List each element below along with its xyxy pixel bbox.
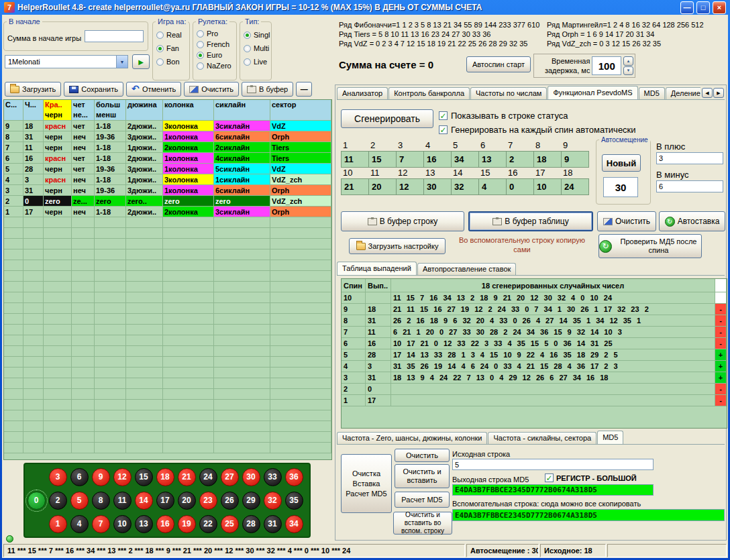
history-col-header[interactable]: сиклайн [214, 100, 270, 121]
roulette-number-11[interactable]: 11 [113, 492, 132, 510]
toolbar-save-button[interactable]: Сохранить [64, 82, 123, 97]
history-row-2[interactable]: 20zeroze...zerozero..zerozeroVdZ_zch [4, 196, 331, 207]
spins-row-5[interactable]: 52817 14 13 33 28 1 3 4 15 10 9 22 4 16 … [342, 349, 727, 361]
md5-clear-paste-button[interactable]: Очистить и вставить [395, 464, 450, 488]
roulette-number-28[interactable]: 28 [242, 515, 260, 533]
check-md5-button[interactable]: Проверить МД5 после спина [598, 234, 702, 258]
roulette-number-3[interactable]: 3 [49, 468, 67, 486]
main-tab-1[interactable]: Контроль банкролла [388, 87, 470, 99]
roulette-number-7[interactable]: 7 [92, 515, 110, 533]
dropdown-arrow-icon[interactable]: ▼ [116, 56, 127, 68]
roulette-number-6[interactable]: 6 [70, 468, 89, 486]
autoshift-value[interactable]: 30 [603, 177, 638, 197]
spinner-up-icon[interactable]: ▲ [623, 56, 633, 66]
tabs-scroll-right-button[interactable]: ▶ [713, 88, 724, 98]
roulette-number-4[interactable]: 4 [70, 515, 89, 533]
roulette-number-36[interactable]: 36 [285, 468, 303, 486]
tabs-scroll-left-button[interactable]: ◀ [702, 88, 713, 98]
spins-row-2[interactable]: 20- [342, 384, 727, 395]
radio-singl[interactable]: Singl [244, 28, 271, 42]
spins-row-8[interactable]: 83126 2 16 18 9 6 32 20 4 33 0 26 4 27 1… [342, 315, 727, 327]
show-status-checkbox[interactable]: Показывать в строке статуса [439, 111, 568, 121]
minus-input[interactable] [656, 180, 723, 192]
roulette-number-24[interactable]: 24 [199, 468, 217, 486]
roulette-number-31[interactable]: 31 [264, 515, 282, 533]
spins-row-1[interactable]: 117- [342, 395, 727, 406]
bottom-tab-0[interactable]: Частота - Zero, шансы, дюжины, колонки [337, 432, 487, 444]
history-col-header[interactable]: С... [4, 100, 23, 121]
history-row-4[interactable]: 43красннеч1-181дюжи..3колонка1сиклайнVdZ… [4, 174, 331, 185]
history-row-8[interactable]: 831черннеч19-363дюжи..1колонка6сиклайнOr… [4, 131, 331, 142]
main-tab-4[interactable]: MD5 [639, 87, 665, 99]
md5-calc-button[interactable]: Расчет MD5 [395, 492, 450, 508]
toolbar-folder-button[interactable]: Загрузить [5, 82, 61, 97]
roulette-number-27[interactable]: 27 [221, 468, 239, 486]
roulette-number-25[interactable]: 25 [221, 515, 239, 533]
main-tab-3[interactable]: Функционал PsevdoMS [548, 86, 637, 99]
roulette-number-32[interactable]: 32 [264, 492, 282, 510]
roulette-number-15[interactable]: 15 [135, 468, 153, 486]
roulette-number-17[interactable]: 17 [156, 492, 174, 510]
spins-row-10[interactable]: 1011 15 7 16 34 13 2 18 9 21 20 12 30 32… [342, 292, 727, 304]
history-row-9[interactable]: 918краснчет1-182дюжи..3колонка3сиклайнVd… [4, 121, 331, 131]
roulette-number-34[interactable]: 34 [285, 515, 303, 533]
roulette-number-12[interactable]: 12 [113, 468, 132, 486]
md5-clear-paste-aux-button[interactable]: Очистить и вставить во вспом. строку [393, 512, 452, 535]
spins-row-9[interactable]: 91821 11 15 16 27 19 12 2 24 33 0 7 34 1… [342, 304, 727, 315]
spins-row-3[interactable]: 33118 13 9 4 24 22 7 13 0 4 29 12 26 6 2… [342, 372, 727, 384]
roulette-number-0[interactable]: 0 [28, 492, 46, 510]
inner-tab-1[interactable]: Автопроставление ставок [417, 263, 516, 275]
roulette-number-23[interactable]: 23 [199, 492, 217, 510]
radio-multi[interactable]: Multi [244, 42, 271, 55]
plus-input[interactable] [656, 152, 723, 164]
load-settings-button[interactable]: Загрузить настройку [349, 238, 446, 254]
radio-euro[interactable]: Euro [197, 50, 236, 60]
roulette-number-29[interactable]: 29 [242, 492, 260, 510]
roulette-number-20[interactable]: 20 [178, 492, 196, 510]
roulette-number-1[interactable]: 1 [49, 515, 67, 533]
start-sum-input[interactable] [85, 30, 144, 42]
spinner-down-icon[interactable]: ▼ [623, 66, 633, 76]
checkbox-icon[interactable] [439, 111, 448, 120]
radio-nazero[interactable]: NaZero [197, 60, 236, 71]
autospin-start-button[interactable]: Автоспин старт [466, 56, 531, 72]
roulette-number-35[interactable]: 35 [285, 492, 303, 510]
source-string-input[interactable] [452, 459, 654, 470]
roulette-number-18[interactable]: 18 [156, 468, 174, 486]
bottom-tab-1[interactable]: Частота - сиклайны, сектора [488, 432, 596, 444]
history-row-7[interactable]: 711черннеч1-181дюжи..2колонка2сиклайнTie… [4, 142, 331, 153]
history-col-header[interactable]: большменш [95, 100, 126, 121]
radio-fan[interactable]: Fan [156, 42, 189, 55]
collapse-button[interactable]: — [296, 82, 312, 97]
checkbox-icon[interactable] [439, 125, 448, 134]
inner-tab-0[interactable]: Таблица выпадений [337, 262, 417, 275]
history-row-6[interactable]: 616краснчет1-182дюжи..1колонка4сиклайнTi… [4, 153, 331, 164]
roulette-number-10[interactable]: 10 [113, 515, 132, 533]
roulette-number-14[interactable]: 14 [135, 492, 153, 510]
roulette-number-19[interactable]: 19 [178, 515, 196, 533]
bottom-tab-2[interactable]: MD5 [597, 431, 623, 444]
history-col-header[interactable]: сектор [270, 100, 331, 121]
clear-button[interactable]: Очистить [597, 211, 656, 231]
spins-row-4[interactable]: 4331 35 26 19 14 4 6 24 0 33 4 21 15 28 … [342, 361, 727, 372]
radio-pro[interactable]: Pro [197, 28, 236, 39]
history-col-header[interactable]: дюжина [126, 100, 163, 121]
title-bar[interactable]: 7 HelperRoullet 4.8- create helperroulle… [2, 0, 728, 15]
roulette-number-5[interactable]: 5 [70, 492, 89, 510]
history-col-header[interactable]: Ч... [23, 100, 44, 121]
new-button[interactable]: Новый [602, 154, 641, 172]
main-tab-5[interactable]: Деление ко [666, 87, 700, 99]
autogenerate-checkbox[interactable]: Генерировать на каждый спин автоматическ… [439, 125, 636, 135]
spins-row-7[interactable]: 7116 21 1 20 0 27 33 30 28 2 24 34 36 15… [342, 327, 727, 338]
main-tab-2[interactable]: Частоты по числам [470, 87, 547, 99]
roulette-number-9[interactable]: 9 [92, 468, 110, 486]
toolbar-undo-button[interactable]: Отменить [126, 82, 181, 97]
md5-all-in-one-button[interactable]: Очистка Вставка Расчет MD5 [341, 454, 392, 513]
spins-row-6[interactable]: 61610 17 21 0 12 33 22 3 33 4 35 15 5 0 … [342, 338, 727, 349]
copy-row-button[interactable]: В буфер строку [341, 211, 464, 231]
run-preset-button[interactable] [132, 54, 150, 69]
roulette-number-22[interactable]: 22 [199, 515, 217, 533]
history-row-1[interactable]: 117черннеч1-182дюжи..2колонка3сиклайнOrp… [4, 207, 331, 217]
toolbar-clip-button[interactable]: В буфер [242, 82, 293, 97]
generate-button[interactable]: Сгенерировать [341, 109, 433, 128]
